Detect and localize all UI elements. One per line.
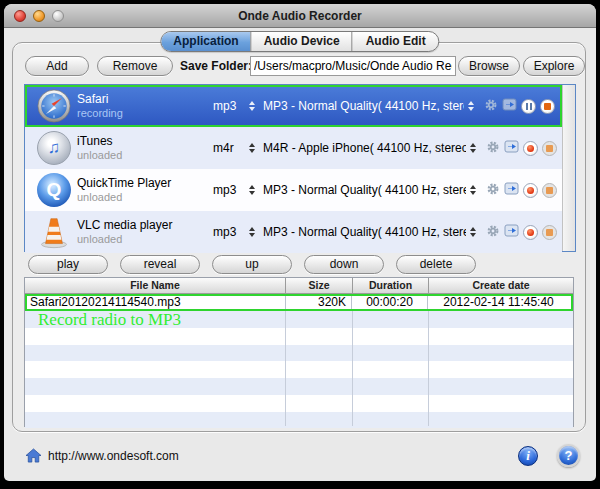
app-status: unloaded <box>77 233 203 247</box>
explore-button[interactable]: Explore <box>523 56 585 76</box>
app-list-scrollbar[interactable] <box>562 85 575 251</box>
quicktime-icon: Q <box>31 173 77 207</box>
app-status: unloaded <box>77 191 203 205</box>
quality-select[interactable]: MP3 - Normal Quality( 44100 Hz, stereo <box>263 225 466 239</box>
app-name-block: QuickTime Player unloaded <box>77 176 203 205</box>
up-button[interactable]: up <box>212 255 292 274</box>
app-row-safari[interactable]: Safari recording mp3 MP3 - Normal Qualit… <box>25 85 562 127</box>
format-select[interactable]: mp3 <box>213 225 245 239</box>
app-row-itunes[interactable]: ♫ iTunes unloaded m4r M4R - Apple iPhone… <box>25 127 562 169</box>
down-button[interactable]: down <box>304 255 384 274</box>
app-name: VLC media player <box>77 218 203 233</box>
app-name-block: iTunes unloaded <box>77 134 203 163</box>
annotation-text: Record radio to MP3 <box>38 310 181 330</box>
quality-stepper-icon[interactable] <box>470 143 476 153</box>
action-button-row: play reveal up down delete <box>28 255 476 274</box>
table-row-selected[interactable]: Safari20120214114540.mp3 320K 00:00:20 2… <box>25 294 573 311</box>
quality-stepper-icon[interactable] <box>470 227 476 237</box>
file-table: File Name Size Duration Create date Safa… <box>24 277 574 427</box>
format-select[interactable]: m4r <box>213 141 245 155</box>
column-divider <box>428 311 429 426</box>
app-window: Onde Audio Recorder Application Audio De… <box>4 4 596 481</box>
remove-button[interactable]: Remove <box>97 56 173 76</box>
app-row-quicktime[interactable]: Q QuickTime Player unloaded mp3 MP3 - No… <box>25 169 562 211</box>
quality-select[interactable]: MP3 - Normal Quality( 44100 Hz, stereo <box>263 183 466 197</box>
save-folder-input[interactable] <box>250 56 456 76</box>
cell-file-name: Safari20120214114540.mp3 <box>27 296 286 309</box>
format-stepper-icon[interactable] <box>249 227 255 237</box>
reveal-folder-icon[interactable] <box>504 140 519 156</box>
itunes-icon: ♫ <box>31 131 77 165</box>
app-status: unloaded <box>77 149 203 163</box>
quality-select[interactable]: MP3 - Normal Quality( 44100 Hz, stereo <box>263 99 464 113</box>
settings-gear-icon[interactable] <box>484 98 498 115</box>
home-icon[interactable] <box>25 448 42 467</box>
application-list: Safari recording mp3 MP3 - Normal Qualit… <box>24 84 576 252</box>
quality-select[interactable]: M4R - Apple iPhone( 44100 Hz, stereo , <box>263 141 466 155</box>
stop-button[interactable] <box>542 141 557 156</box>
tab-audio-edit[interactable]: Audio Edit <box>353 32 439 51</box>
website-link[interactable]: http://www.ondesoft.com <box>48 447 179 465</box>
app-name-block: Safari recording <box>77 92 203 121</box>
info-button[interactable]: i <box>518 446 538 466</box>
column-header-size[interactable]: Size <box>286 278 353 293</box>
record-button[interactable] <box>523 141 538 156</box>
reveal-folder-icon[interactable] <box>502 98 517 114</box>
save-folder-label: Save Folder: <box>180 56 252 76</box>
tab-application[interactable]: Application <box>161 32 251 51</box>
vlc-icon <box>31 215 77 249</box>
app-name-block: VLC media player unloaded <box>77 218 203 247</box>
tab-bar: Application Audio Device Audio Edit <box>160 31 439 52</box>
cell-create-date: 2012-02-14 11:45:40 <box>428 296 569 309</box>
column-divider <box>285 311 286 426</box>
cell-size: 320K <box>286 296 352 309</box>
app-status: recording <box>77 107 203 121</box>
stop-button[interactable] <box>542 225 557 240</box>
quality-stepper-icon[interactable] <box>470 185 476 195</box>
settings-gear-icon[interactable] <box>486 140 500 157</box>
title-bar: Onde Audio Recorder <box>4 4 596 28</box>
format-select[interactable]: mp3 <box>213 183 245 197</box>
browse-button[interactable]: Browse <box>458 56 520 76</box>
play-button[interactable]: play <box>28 255 108 274</box>
app-row-vlc[interactable]: VLC media player unloaded mp3 MP3 - Norm… <box>25 211 562 253</box>
pause-button[interactable] <box>521 99 536 114</box>
safari-icon <box>31 89 77 123</box>
app-name: QuickTime Player <box>77 176 203 191</box>
help-button[interactable]: ? <box>557 444 580 467</box>
settings-gear-icon[interactable] <box>486 224 500 241</box>
tab-audio-device[interactable]: Audio Device <box>252 32 353 51</box>
add-button[interactable]: Add <box>25 56 89 76</box>
format-stepper-icon[interactable] <box>249 185 255 195</box>
column-header-create-date[interactable]: Create date <box>429 278 573 293</box>
column-header-duration[interactable]: Duration <box>353 278 429 293</box>
format-stepper-icon[interactable] <box>249 101 255 111</box>
reveal-button[interactable]: reveal <box>120 255 200 274</box>
record-button[interactable] <box>523 225 538 240</box>
record-button[interactable] <box>523 183 538 198</box>
cell-duration: 00:00:20 <box>352 296 428 309</box>
format-select[interactable]: mp3 <box>213 99 245 113</box>
stop-button[interactable] <box>542 183 557 198</box>
quality-stepper-icon[interactable] <box>468 101 474 111</box>
reveal-folder-icon[interactable] <box>504 224 519 240</box>
column-divider <box>352 311 353 426</box>
column-header-file-name[interactable]: File Name <box>25 278 286 293</box>
format-stepper-icon[interactable] <box>249 143 255 153</box>
stop-button[interactable] <box>540 99 555 114</box>
app-name: iTunes <box>77 134 203 149</box>
app-name: Safari <box>77 92 203 107</box>
file-table-header: File Name Size Duration Create date <box>25 278 573 294</box>
reveal-folder-icon[interactable] <box>504 182 519 198</box>
settings-gear-icon[interactable] <box>486 182 500 199</box>
window-title: Onde Audio Recorder <box>4 4 596 28</box>
delete-button[interactable]: delete <box>396 255 476 274</box>
